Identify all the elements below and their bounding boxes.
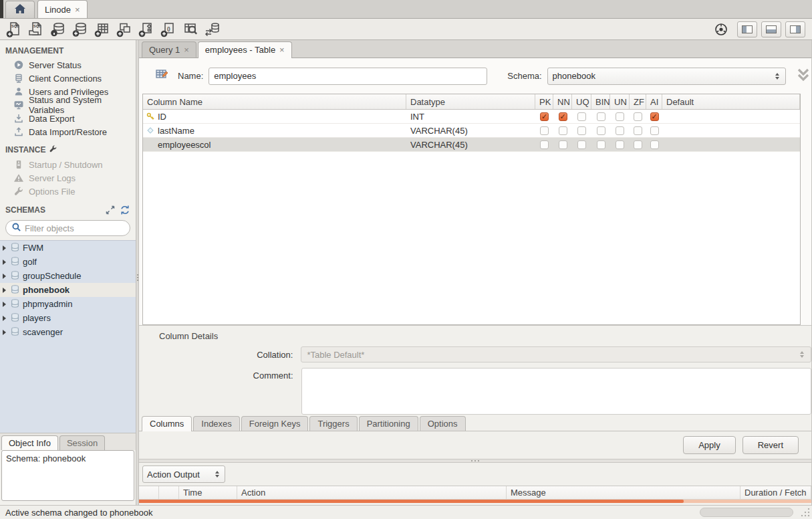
sidebar-item-startup-shutdown[interactable]: Startup / Shutdown — [0, 158, 136, 171]
close-icon[interactable]: × — [75, 5, 80, 15]
header-pk[interactable]: PK — [535, 94, 553, 109]
toggle-bottom-panel-button[interactable] — [761, 21, 781, 37]
chevron-double-down-icon[interactable] — [795, 68, 811, 84]
create-table-icon[interactable] — [92, 20, 112, 39]
expander-triangle-icon[interactable] — [3, 330, 6, 335]
ai-checkbox[interactable]: ✓ — [650, 140, 659, 149]
close-icon[interactable]: × — [279, 45, 285, 55]
grid-empty-area[interactable] — [143, 152, 800, 324]
reconnect-dbms-icon[interactable] — [202, 20, 223, 39]
connection-tab[interactable]: Linode × — [37, 0, 88, 18]
subtab-triggers[interactable]: Triggers — [309, 416, 357, 431]
header-zf[interactable]: ZF — [630, 94, 646, 109]
nn-checkbox[interactable]: ✓ — [559, 126, 567, 135]
expander-triangle-icon[interactable] — [3, 316, 6, 321]
header-un[interactable]: UN — [610, 94, 630, 109]
settings-icon[interactable] — [711, 20, 731, 39]
expander-triangle-icon[interactable] — [3, 245, 6, 251]
header-message[interactable]: Message — [507, 486, 740, 499]
ai-checkbox[interactable]: ✓ — [650, 126, 659, 135]
expander-triangle-icon[interactable] — [3, 260, 6, 265]
revert-button[interactable]: Revert — [742, 436, 799, 454]
subtab-options[interactable]: Options — [420, 416, 466, 431]
schema-row-golf[interactable]: golf — [0, 255, 136, 269]
pk-checkbox[interactable]: ✓ — [540, 140, 549, 149]
new-sql-tab-icon[interactable]: SQL — [4, 20, 24, 39]
header-bin[interactable]: BIN — [591, 94, 610, 109]
sidebar-item-client-connections[interactable]: Client Connections — [0, 72, 136, 85]
zf-checkbox[interactable]: ✓ — [634, 140, 642, 149]
tab-query-1[interactable]: Query 1 × — [142, 41, 196, 58]
schema-row-groupschedule[interactable]: groupSchedule — [0, 269, 136, 283]
header-time[interactable]: Time — [179, 486, 237, 499]
table-name-input[interactable] — [209, 68, 487, 85]
schema-row-players[interactable]: players — [0, 311, 136, 325]
sidebar-item-data-export[interactable]: Data Export — [0, 112, 136, 125]
collation-select[interactable]: *Table Default* — [301, 346, 811, 362]
apply-button[interactable]: Apply — [683, 436, 736, 454]
header-nn[interactable]: NN — [553, 94, 572, 109]
subtab-indexes[interactable]: Indexes — [193, 416, 240, 431]
create-procedure-icon[interactable] — [136, 20, 156, 39]
open-sql-script-icon[interactable]: SQL — [26, 20, 46, 39]
subtab-partitioning[interactable]: Partitioning — [359, 416, 418, 431]
subtab-columns[interactable]: Columns — [142, 416, 192, 431]
bin-checkbox[interactable]: ✓ — [597, 126, 605, 135]
home-tab[interactable] — [5, 1, 35, 18]
column-row-employeescol[interactable]: employeescol VARCHAR(45) ✓ ✓ ✓ ✓ ✓ ✓ ✓ — [143, 138, 800, 152]
bin-checkbox[interactable]: ✓ — [597, 112, 605, 121]
comment-textarea[interactable] — [301, 368, 811, 415]
sidebar-item-data-import[interactable]: Data Import/Restore — [0, 125, 136, 138]
tab-session[interactable]: Session — [59, 435, 105, 450]
scrollbar-thumb[interactable] — [139, 500, 684, 503]
horizontal-scrollbar[interactable] — [139, 500, 811, 503]
header-datatype[interactable]: Datatype — [406, 94, 535, 109]
expand-panel-icon[interactable] — [105, 205, 116, 215]
schema-row-scavenger[interactable]: scavenger — [0, 325, 136, 339]
column-row-lastname[interactable]: lastName VARCHAR(45) ✓ ✓ ✓ ✓ ✓ ✓ ✓ — [143, 124, 800, 138]
sidebar-item-server-status[interactable]: Server Status — [0, 58, 136, 72]
close-icon[interactable]: × — [184, 45, 189, 55]
uq-checkbox[interactable]: ✓ — [577, 140, 586, 149]
create-function-icon[interactable]: () — [158, 20, 178, 39]
column-default[interactable] — [662, 138, 800, 151]
zf-checkbox[interactable]: ✓ — [634, 112, 642, 121]
header-ai[interactable]: AI — [646, 94, 662, 109]
toggle-right-panel-button[interactable] — [785, 21, 805, 37]
schema-row-fwm[interactable]: FWM — [0, 241, 136, 255]
bin-checkbox[interactable]: ✓ — [597, 140, 605, 149]
tab-employees-table[interactable]: employees - Table × — [198, 41, 292, 58]
refresh-schemas-icon[interactable] — [120, 205, 130, 215]
schema-select[interactable]: phonebook — [547, 68, 786, 85]
column-default[interactable] — [662, 110, 800, 123]
sidebar-item-options-file[interactable]: Options File — [0, 185, 136, 198]
sidebar-item-system-variables[interactable]: Status and System Variables — [0, 98, 136, 112]
uq-checkbox[interactable]: ✓ — [577, 126, 586, 135]
ai-checkbox[interactable]: ✓ — [650, 112, 659, 121]
toggle-left-panel-button[interactable] — [737, 21, 757, 37]
schema-inspector-icon[interactable] — [48, 20, 68, 39]
create-schema-icon[interactable] — [70, 20, 90, 39]
header-column-name[interactable]: Column Name — [143, 94, 406, 109]
header-duration-fetch[interactable]: Duration / Fetch — [740, 486, 811, 499]
resize-grip-icon[interactable] — [801, 508, 810, 517]
header-default[interactable]: Default — [662, 94, 800, 109]
pk-checkbox[interactable]: ✓ — [540, 112, 549, 121]
un-checkbox[interactable]: ✓ — [616, 140, 624, 149]
uq-checkbox[interactable]: ✓ — [577, 112, 586, 121]
expander-triangle-icon[interactable] — [3, 274, 6, 279]
un-checkbox[interactable]: ✓ — [616, 112, 624, 121]
search-table-data-icon[interactable] — [180, 20, 200, 39]
output-view-select[interactable]: Action Output — [142, 465, 225, 483]
expander-triangle-icon[interactable] — [3, 288, 6, 293]
zf-checkbox[interactable]: ✓ — [634, 126, 642, 135]
column-default[interactable] — [662, 124, 800, 137]
status-scrollbar-thumb[interactable] — [700, 508, 793, 517]
sidebar-item-server-logs[interactable]: Server Logs — [0, 171, 136, 185]
expander-triangle-icon[interactable] — [3, 302, 6, 307]
column-row-id[interactable]: ID INT ✓ ✓ ✓ ✓ ✓ ✓ ✓ — [143, 110, 800, 124]
nn-checkbox[interactable]: ✓ — [559, 140, 567, 149]
filter-objects-input[interactable] — [25, 223, 118, 233]
schema-row-phonebook[interactable]: phonebook — [0, 283, 136, 297]
header-uq[interactable]: UQ — [572, 94, 591, 109]
